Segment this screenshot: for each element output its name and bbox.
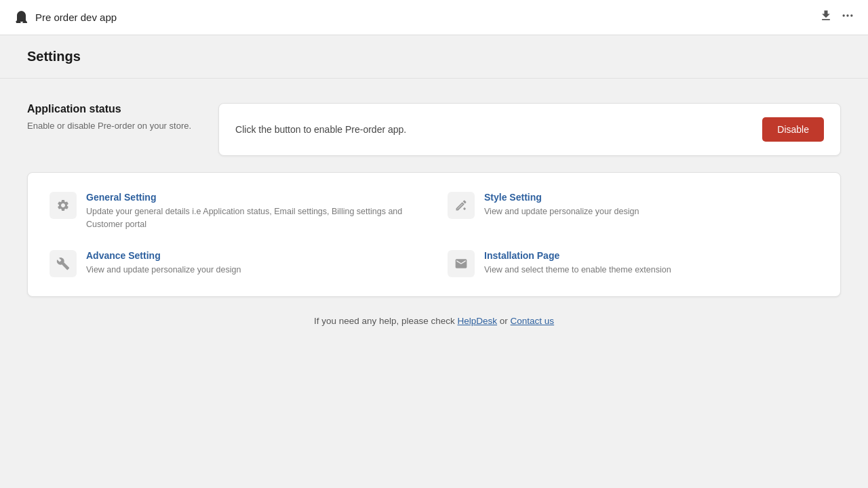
- setting-item-installation[interactable]: Installation Page View and select theme …: [448, 250, 818, 277]
- gear-icon: [56, 199, 70, 212]
- advance-setting-title: Advance Setting: [86, 250, 241, 261]
- style-setting-info: Style Setting View and update personaliz…: [484, 192, 639, 218]
- general-setting-info: General Setting Update your general deta…: [86, 192, 420, 231]
- status-card-text: Click the button to enable Pre-order app…: [235, 124, 406, 135]
- help-text-prefix: If you need any help, please check: [314, 316, 458, 326]
- status-left-panel: Application status Enable or disable Pre…: [27, 103, 191, 131]
- svg-point-2: [850, 14, 852, 16]
- install-icon[interactable]: [819, 9, 833, 26]
- style-setting-icon-wrap: [448, 192, 475, 219]
- installation-setting-title: Installation Page: [484, 250, 671, 261]
- app-title: Pre order dev app: [35, 12, 117, 23]
- installation-setting-desc: View and select theme to enable theme ex…: [484, 264, 671, 277]
- application-status-card: Click the button to enable Pre-order app…: [218, 103, 841, 156]
- general-setting-icon-wrap: [50, 192, 77, 219]
- header-left: Pre order dev app: [14, 9, 117, 26]
- setting-item-general[interactable]: General Setting Update your general deta…: [50, 192, 420, 231]
- installation-setting-icon-wrap: [448, 250, 475, 277]
- envelope-check-icon: [454, 257, 468, 270]
- page-title: Settings: [27, 49, 841, 64]
- app-header: Pre order dev app: [0, 0, 868, 35]
- advance-setting-icon-wrap: [50, 250, 77, 277]
- settings-grid-card: General Setting Update your general deta…: [27, 172, 841, 297]
- help-text-middle: or: [497, 316, 511, 326]
- application-status-heading: Application status: [27, 103, 191, 115]
- setting-item-style[interactable]: Style Setting View and update personaliz…: [448, 192, 818, 231]
- general-setting-desc: Update your general details i.e Applicat…: [86, 205, 420, 231]
- advance-setting-desc: View and update personalize your design: [86, 264, 241, 277]
- style-icon: [454, 199, 468, 212]
- tools-icon: [56, 257, 70, 270]
- svg-point-1: [846, 14, 848, 16]
- general-setting-title: General Setting: [86, 192, 420, 203]
- disable-button[interactable]: Disable: [762, 117, 824, 142]
- application-status-row: Application status Enable or disable Pre…: [27, 103, 841, 156]
- main-content: Application status Enable or disable Pre…: [0, 79, 868, 488]
- style-setting-title: Style Setting: [484, 192, 639, 203]
- more-options-icon[interactable]: [841, 9, 854, 26]
- svg-point-0: [843, 14, 845, 16]
- setting-item-advance[interactable]: Advance Setting View and update personal…: [50, 250, 420, 277]
- page-title-bar: Settings: [0, 35, 868, 79]
- installation-setting-info: Installation Page View and select theme …: [484, 250, 671, 277]
- style-setting-desc: View and update personalize your design: [484, 205, 639, 218]
- help-footer: If you need any help, please check HelpD…: [27, 316, 841, 326]
- advance-setting-info: Advance Setting View and update personal…: [86, 250, 241, 277]
- helpdesk-link[interactable]: HelpDesk: [458, 316, 498, 326]
- contact-link[interactable]: Contact us: [511, 316, 555, 326]
- header-right: [819, 9, 854, 26]
- application-status-description: Enable or disable Pre-order on your stor…: [27, 121, 191, 131]
- app-logo-icon: [14, 9, 30, 26]
